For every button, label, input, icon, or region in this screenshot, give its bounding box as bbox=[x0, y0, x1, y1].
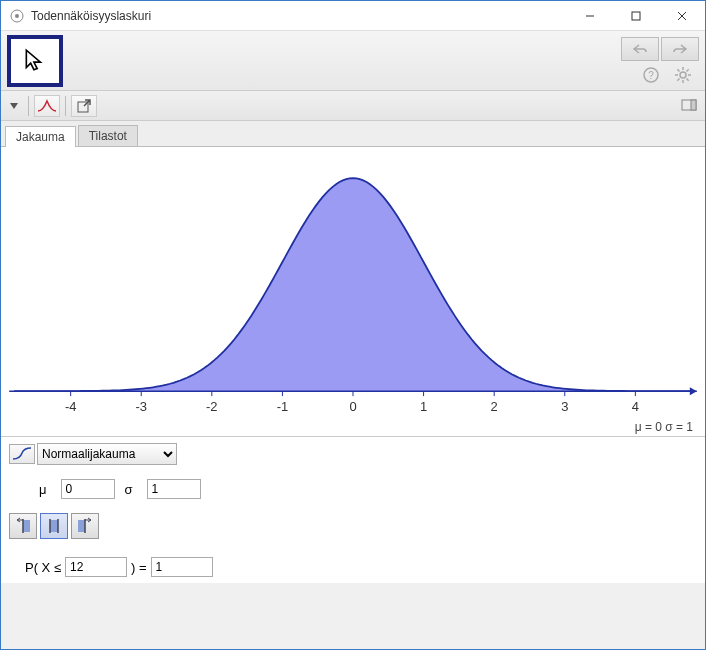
collapse-panel-icon[interactable] bbox=[677, 97, 701, 115]
settings-button[interactable] bbox=[673, 65, 693, 85]
svg-text:-1: -1 bbox=[277, 399, 289, 414]
sigma-label: σ bbox=[125, 482, 133, 497]
divider bbox=[65, 96, 66, 116]
cdf-icon bbox=[9, 444, 35, 464]
tab-bar: Jakauma Tilastot bbox=[1, 121, 705, 147]
mu-input[interactable] bbox=[61, 479, 115, 499]
distribution-plot: -4-3-2-101234 μ = 0 σ = 1 bbox=[1, 147, 705, 437]
svg-text:0: 0 bbox=[349, 399, 356, 414]
divider bbox=[28, 96, 29, 116]
main-toolbar: ? bbox=[1, 31, 705, 91]
svg-text:4: 4 bbox=[632, 399, 639, 414]
probability-prefix: P( X ≤ bbox=[25, 560, 61, 575]
help-button[interactable]: ? bbox=[641, 65, 661, 85]
undo-button[interactable] bbox=[621, 37, 659, 61]
svg-text:-4: -4 bbox=[65, 399, 77, 414]
close-button[interactable] bbox=[659, 1, 705, 30]
probability-result-input[interactable] bbox=[151, 557, 213, 577]
svg-line-15 bbox=[677, 78, 679, 80]
redo-button[interactable] bbox=[661, 37, 699, 61]
svg-text:1: 1 bbox=[420, 399, 427, 414]
cursor-tool-button[interactable] bbox=[7, 35, 63, 87]
distribution-select[interactable]: Normaalijakauma bbox=[37, 443, 177, 465]
svg-line-16 bbox=[687, 69, 689, 71]
svg-point-8 bbox=[680, 72, 686, 78]
svg-text:-2: -2 bbox=[206, 399, 218, 414]
axis-params-label: μ = 0 σ = 1 bbox=[635, 420, 693, 434]
svg-text:2: 2 bbox=[491, 399, 498, 414]
probability-mid: ) = bbox=[131, 560, 147, 575]
probability-x-input[interactable] bbox=[65, 557, 127, 577]
two-sided-interval-button[interactable] bbox=[40, 513, 68, 539]
export-button[interactable] bbox=[71, 95, 97, 117]
svg-text:3: 3 bbox=[561, 399, 568, 414]
right-sided-interval-button[interactable] bbox=[9, 513, 37, 539]
distribution-curve-button[interactable] bbox=[34, 95, 60, 117]
sigma-input[interactable] bbox=[147, 479, 201, 499]
svg-rect-3 bbox=[632, 12, 640, 20]
window-title: Todennäköisyyslaskuri bbox=[31, 9, 567, 23]
app-icon bbox=[9, 8, 25, 24]
svg-rect-41 bbox=[50, 520, 58, 532]
svg-text:?: ? bbox=[648, 70, 654, 81]
svg-text:-3: -3 bbox=[135, 399, 147, 414]
dropdown-triangle-icon[interactable] bbox=[5, 95, 23, 117]
tab-statistics[interactable]: Tilastot bbox=[78, 125, 138, 146]
svg-rect-44 bbox=[78, 520, 85, 532]
svg-line-14 bbox=[687, 78, 689, 80]
svg-line-13 bbox=[677, 69, 679, 71]
left-sided-interval-button[interactable] bbox=[71, 513, 99, 539]
svg-point-1 bbox=[15, 14, 19, 18]
title-bar: Todennäköisyyslaskuri bbox=[1, 1, 705, 31]
controls-panel: Normaalijakauma μ σ P( X ≤ ) = bbox=[1, 437, 705, 583]
window-controls bbox=[567, 1, 705, 30]
svg-rect-19 bbox=[691, 100, 696, 110]
mu-label: μ bbox=[39, 482, 47, 497]
maximize-button[interactable] bbox=[613, 1, 659, 30]
tab-distribution[interactable]: Jakauma bbox=[5, 126, 76, 147]
svg-rect-39 bbox=[23, 520, 30, 532]
ribbon-bar bbox=[1, 91, 705, 121]
minimize-button[interactable] bbox=[567, 1, 613, 30]
